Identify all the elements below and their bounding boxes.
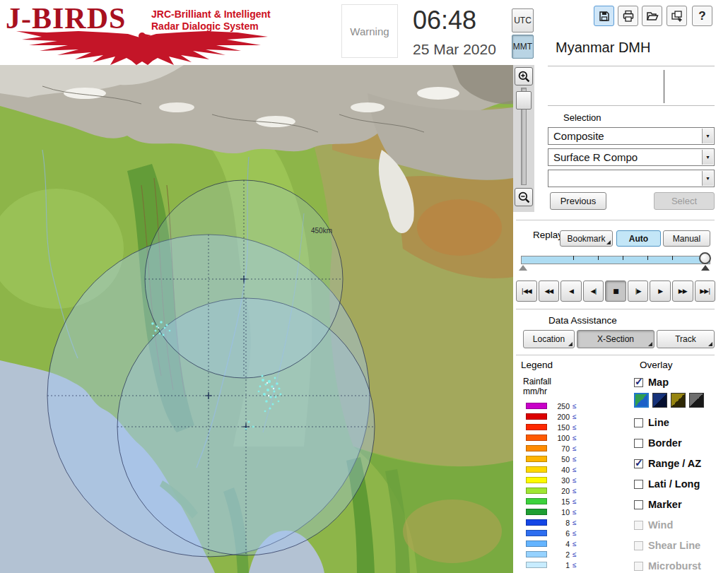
- overlay-item-border[interactable]: Border: [634, 437, 682, 449]
- type-dropdown[interactable]: Surface R Compo ▼: [548, 148, 715, 166]
- legend-value: 6: [547, 529, 570, 538]
- export-image-button[interactable]: [667, 6, 687, 26]
- status-message-box: [548, 66, 715, 106]
- checkbox[interactable]: [634, 418, 643, 427]
- legend-row: 4≤: [526, 538, 577, 549]
- overlay-item-map[interactable]: Map: [634, 376, 669, 389]
- legend-row: 100≤: [526, 432, 577, 443]
- fast-forward-button[interactable]: ▶▶: [672, 280, 693, 302]
- play-reverse-button[interactable]: ◀: [560, 280, 582, 302]
- overlay-item-line[interactable]: Line: [634, 416, 669, 429]
- zoom-slider-thumb[interactable]: [516, 91, 532, 110]
- checkbox[interactable]: [634, 459, 643, 468]
- legend-value: 40: [547, 466, 570, 474]
- skip-to-end-button[interactable]: ▶▶|: [695, 280, 716, 302]
- legend-value: 2: [547, 550, 570, 559]
- zoom-in-icon: [518, 71, 530, 83]
- data-assistance-label: Data Assistance: [548, 315, 617, 326]
- checkbox[interactable]: [634, 378, 643, 387]
- warning-indicator: Warning: [341, 4, 398, 58]
- print-button[interactable]: [618, 6, 638, 26]
- skip-to-start-button[interactable]: |◀◀: [516, 280, 537, 302]
- overlay-item-lati-long[interactable]: Lati / Long: [634, 478, 700, 490]
- play-button[interactable]: ▶: [650, 280, 671, 302]
- map-style-swatch-dark-blue[interactable]: [652, 393, 667, 408]
- help-button[interactable]: ?: [692, 6, 712, 26]
- print-icon: [622, 10, 635, 23]
- zoom-out-button[interactable]: [515, 188, 533, 206]
- legend-leq: ≤: [573, 519, 577, 526]
- utc-button[interactable]: UTC: [512, 8, 534, 33]
- checkbox[interactable]: [634, 439, 643, 448]
- zoom-slider[interactable]: [515, 88, 533, 185]
- legend-value: 8: [547, 519, 570, 527]
- legend-row: 70≤: [526, 443, 577, 454]
- map-style-swatch-olive[interactable]: [671, 393, 686, 408]
- checkbox: [634, 521, 643, 530]
- checkbox[interactable]: [634, 480, 643, 489]
- legend-leq: ≤: [573, 497, 577, 505]
- legend-row: 50≤: [526, 454, 577, 464]
- legend-row: 1≤: [526, 560, 577, 570]
- legend-row: 40≤: [526, 464, 577, 475]
- legend-color-swatch: [526, 424, 547, 430]
- select-button[interactable]: Select: [654, 192, 715, 210]
- xsection-button[interactable]: X-Section: [577, 330, 654, 348]
- extra-dropdown[interactable]: ▼: [548, 170, 715, 187]
- timeline-start-marker[interactable]: [519, 265, 527, 271]
- chevron-down-icon[interactable]: ▼: [702, 150, 713, 165]
- checkbox[interactable]: [634, 500, 643, 509]
- legend-color-swatch: [526, 509, 547, 515]
- legend-value: 50: [547, 455, 570, 463]
- fast-rewind-button[interactable]: ◀◀: [539, 280, 560, 302]
- product-dropdown[interactable]: Composite ▼: [548, 127, 715, 145]
- legend-leq: ≤: [573, 466, 577, 473]
- divider: [516, 355, 715, 355]
- zoom-out-icon: [518, 191, 530, 203]
- legend-color-swatch: [526, 498, 547, 504]
- header-bar: J-BIRDS JRC-Brilliant & Intelligent Rada…: [0, 0, 728, 65]
- legend-value: 1: [547, 561, 570, 569]
- legend-leq: ≤: [573, 529, 577, 537]
- radar-map[interactable]: 450km: [0, 65, 513, 573]
- map-style-swatch-terrain[interactable]: [634, 393, 649, 408]
- overlay-item-range-az[interactable]: Range / AZ: [634, 457, 701, 470]
- track-button[interactable]: Track: [657, 330, 715, 348]
- step-forward-button[interactable]: |▶: [628, 280, 649, 302]
- product-dropdown-value: Composite: [553, 130, 604, 142]
- legend-color-swatch: [526, 519, 547, 526]
- legend-leq: ≤: [573, 402, 577, 410]
- open-folder-button[interactable]: [642, 6, 662, 26]
- location-button[interactable]: Location: [523, 330, 575, 348]
- chevron-down-icon[interactable]: ▼: [702, 171, 713, 186]
- legend-color-swatch: [526, 456, 547, 462]
- map-style-swatch-gray[interactable]: [689, 393, 704, 408]
- divider: [516, 309, 715, 309]
- legend-leq: ≤: [573, 508, 577, 516]
- zoom-in-button[interactable]: [515, 67, 533, 85]
- legend-value: 10: [547, 508, 570, 516]
- legend-leq: ≤: [573, 434, 577, 442]
- chevron-down-icon[interactable]: ▼: [702, 129, 713, 143]
- overlay-item-microburst: Microburst: [634, 560, 701, 572]
- site-name: Myanmar DMH: [556, 40, 650, 56]
- auto-button[interactable]: Auto: [616, 230, 661, 247]
- legend-value: 250: [547, 402, 570, 410]
- control-panel: Selection Composite ▼ Surface R Compo ▼ …: [513, 65, 728, 573]
- bookmark-button[interactable]: Bookmark: [560, 230, 613, 247]
- manual-button[interactable]: Manual: [663, 230, 710, 247]
- timeline-tick: [672, 256, 673, 260]
- save-button[interactable]: [594, 6, 614, 26]
- stop-button[interactable]: ■: [605, 280, 626, 302]
- mmt-button[interactable]: MMT: [512, 35, 534, 59]
- overlay-item-marker[interactable]: Marker: [634, 498, 682, 511]
- previous-button[interactable]: Previous: [550, 192, 606, 210]
- divider: [516, 220, 715, 220]
- legend-value: 200: [547, 413, 570, 421]
- timeline-end-marker[interactable]: [701, 265, 710, 271]
- timeline-thumb[interactable]: [699, 252, 711, 264]
- step-back-button[interactable]: ◀|: [583, 280, 604, 302]
- replay-label: Replay: [533, 230, 563, 240]
- replay-timeline[interactable]: [521, 256, 710, 264]
- legend-color-swatch: [526, 413, 547, 420]
